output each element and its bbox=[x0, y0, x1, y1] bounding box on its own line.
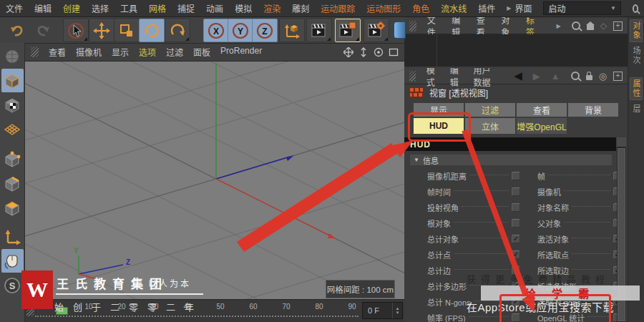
manager-tab[interactable]: 属性 bbox=[630, 77, 643, 100]
am-menu-item[interactable]: 模式 bbox=[426, 68, 439, 88]
sculpt-mode-button[interactable] bbox=[1, 44, 24, 68]
search-icon[interactable] bbox=[572, 21, 580, 30]
path-icon[interactable]: ◇ bbox=[600, 21, 607, 31]
hud-option-checkbox[interactable]: ✓ bbox=[512, 313, 520, 322]
menu-item[interactable]: 运动图形 bbox=[366, 2, 401, 14]
menu-item[interactable]: 编辑 bbox=[34, 2, 52, 14]
panel-grip[interactable] bbox=[26, 306, 34, 316]
menu-item[interactable]: 流水线 bbox=[441, 2, 467, 14]
viewport-canvas[interactable]: Y Z X 网格间距 : 100 cm bbox=[25, 62, 404, 299]
attribute-scrollbar[interactable] bbox=[617, 137, 626, 322]
menu-item[interactable]: 创建 bbox=[63, 2, 80, 14]
menu-item[interactable]: 文件 bbox=[6, 2, 23, 14]
menu-item[interactable]: 角色 bbox=[412, 2, 429, 14]
hud-option-checkbox[interactable]: ✓ bbox=[512, 187, 520, 196]
snap-button[interactable]: S bbox=[1, 273, 24, 297]
menu-item[interactable]: 运动跟踪 bbox=[321, 2, 355, 14]
menu-item[interactable]: 捕捉 bbox=[177, 2, 195, 14]
home-icon[interactable] bbox=[587, 25, 594, 30]
menu-item-interface[interactable]: 界面 bbox=[514, 2, 532, 14]
render-to-picture-viewer-button[interactable] bbox=[335, 19, 361, 42]
menu-item[interactable]: 选择 bbox=[92, 2, 109, 14]
panel-grip[interactable] bbox=[409, 21, 416, 31]
settings-tab[interactable]: 立体 bbox=[465, 118, 515, 134]
history-back-icon[interactable]: ◀ bbox=[514, 69, 522, 82]
hud-option-checkbox[interactable]: ✓ bbox=[512, 203, 520, 212]
hud-option-checkbox[interactable]: ✓ bbox=[512, 250, 520, 259]
scroll-up-icon[interactable] bbox=[617, 137, 626, 147]
frame-stepper[interactable]: ▲▼ bbox=[392, 303, 402, 318]
settings-tab[interactable]: 背景 bbox=[568, 103, 618, 117]
live-selection-tool[interactable] bbox=[63, 19, 89, 42]
workplane-mode-button[interactable] bbox=[1, 117, 24, 141]
panel-grip[interactable] bbox=[409, 71, 416, 82]
content-browser-partial-icon[interactable] bbox=[394, 21, 406, 39]
object-list[interactable] bbox=[404, 34, 628, 67]
undo-button[interactable] bbox=[4, 19, 30, 42]
viewport-menu-item[interactable]: 查看 bbox=[49, 46, 66, 58]
y-axis-lock-button[interactable]: Y bbox=[228, 19, 253, 42]
timeline-track[interactable] bbox=[35, 316, 358, 317]
current-frame-marker[interactable] bbox=[56, 307, 68, 315]
texture-mode-button[interactable] bbox=[1, 93, 24, 117]
search-icon[interactable] bbox=[633, 4, 638, 13]
am-menu-item[interactable]: 编辑 bbox=[450, 68, 463, 88]
new-panel-icon[interactable]: + bbox=[613, 72, 623, 81]
scrollbar-thumb[interactable] bbox=[618, 148, 625, 321]
zoom-view-icon[interactable] bbox=[358, 47, 369, 57]
rotate-tool[interactable] bbox=[139, 19, 165, 42]
timeline-ruler[interactable]: 102030405060708090 bbox=[72, 303, 369, 311]
tweak-mode-button[interactable] bbox=[1, 249, 24, 273]
history-forward-icon[interactable]: ▶ bbox=[533, 71, 540, 82]
track-focus-icon[interactable]: ◎ bbox=[599, 71, 607, 82]
viewport-menu-item[interactable]: 摄像机 bbox=[76, 46, 102, 58]
hud-option-checkbox[interactable]: ✓ bbox=[512, 172, 520, 180]
viewport-menu-item[interactable]: ProRender bbox=[220, 46, 262, 58]
hud-option-checkbox[interactable]: ✓ bbox=[512, 282, 520, 291]
history-up-icon[interactable]: ▲ bbox=[551, 71, 560, 82]
settings-tab[interactable]: HUD bbox=[414, 118, 464, 134]
move-tool[interactable] bbox=[89, 19, 114, 42]
info-group-header[interactable]: ▼ 信息 bbox=[410, 155, 612, 165]
menu-item[interactable]: 工具 bbox=[120, 2, 137, 14]
hud-option-checkbox[interactable]: ✓ bbox=[512, 266, 520, 275]
enable-axis-button[interactable] bbox=[1, 225, 24, 248]
x-axis-lock-button[interactable]: X bbox=[203, 19, 229, 42]
menu-item[interactable]: 雕刻 bbox=[292, 2, 309, 14]
viewport-menu-item[interactable]: 面板 bbox=[193, 46, 210, 58]
model-mode-button[interactable] bbox=[1, 69, 24, 92]
more-menu-icon[interactable]: ▶ bbox=[557, 23, 561, 29]
settings-tab[interactable]: 过滤 bbox=[465, 103, 515, 117]
toggle-view-icon[interactable] bbox=[389, 47, 399, 57]
menu-item[interactable]: 渲染 bbox=[263, 2, 280, 14]
panel-grip[interactable] bbox=[31, 47, 39, 57]
settings-tab[interactable]: 显示 bbox=[414, 103, 464, 117]
render-settings-button[interactable] bbox=[364, 19, 389, 42]
hud-option-checkbox[interactable]: ✓ bbox=[512, 219, 520, 228]
viewport-menu-item[interactable]: 过滤 bbox=[166, 46, 183, 58]
pan-view-icon[interactable] bbox=[343, 47, 353, 57]
z-axis-lock-button[interactable]: Z bbox=[252, 19, 278, 42]
hud-option-checkbox[interactable]: ✓ bbox=[512, 235, 520, 243]
settings-tab[interactable]: 查看 bbox=[517, 103, 567, 117]
coordinate-system-button[interactable] bbox=[279, 19, 305, 42]
settings-tab[interactable]: 增强OpenGL bbox=[517, 118, 567, 134]
points-mode-button[interactable] bbox=[1, 147, 24, 170]
manager-tab[interactable]: 场次 bbox=[630, 44, 643, 67]
redo-button[interactable] bbox=[30, 19, 56, 42]
menu-item[interactable]: 动画 bbox=[206, 2, 223, 14]
lock-icon[interactable] bbox=[586, 75, 592, 80]
viewport-menu-item[interactable]: 选项 bbox=[139, 46, 156, 58]
menu-item[interactable]: 插件 bbox=[478, 2, 495, 14]
render-view-button[interactable] bbox=[306, 19, 332, 42]
menu-item[interactable]: 模拟 bbox=[235, 2, 252, 14]
layout-dropdown[interactable]: 启动 ▼ bbox=[543, 1, 620, 15]
edges-mode-button[interactable] bbox=[1, 171, 24, 195]
scale-tool[interactable] bbox=[114, 19, 140, 42]
add-object-icon[interactable]: + bbox=[613, 21, 623, 31]
viewport-menu-item[interactable]: 显示 bbox=[112, 46, 129, 58]
polygons-mode-button[interactable] bbox=[1, 195, 24, 219]
last-used-tool[interactable] bbox=[165, 19, 190, 42]
am-menu-item[interactable]: 用户数据 bbox=[474, 68, 499, 88]
manager-tab[interactable]: 对象 bbox=[630, 19, 643, 42]
